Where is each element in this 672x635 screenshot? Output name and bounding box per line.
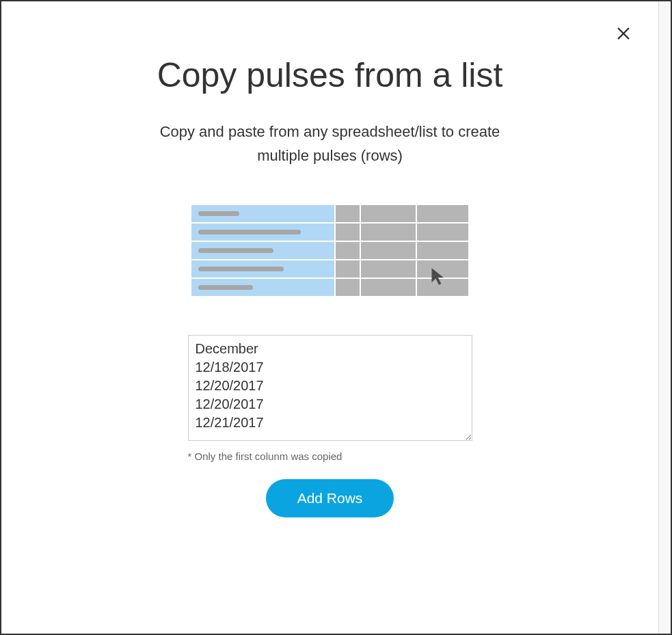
scrollbar-track: [658, 1, 671, 634]
illustration-label-cell: [191, 205, 334, 222]
illustration-data-cell: [336, 224, 360, 241]
illustration-data-cell: [361, 205, 416, 222]
add-rows-button[interactable]: Add Rows: [266, 479, 394, 517]
illustration-label-cell: [191, 224, 334, 241]
illustration-row: [191, 279, 468, 296]
illustration-table: [191, 205, 468, 297]
illustration-data-cell: [361, 242, 416, 259]
modal-subtitle: Copy and paste from any spreadsheet/list…: [139, 120, 522, 167]
illustration-label-cell: [191, 279, 334, 296]
spreadsheet-illustration: [191, 205, 468, 297]
illustration-data-cell: [361, 224, 416, 241]
illustration-label-cell: [191, 260, 334, 278]
illustration-data-cell: [361, 260, 416, 278]
modal-title: Copy pulses from a list: [125, 53, 535, 99]
textarea-container: * Only the first colunm was copied Add R…: [188, 335, 472, 517]
illustration-row: [191, 205, 468, 222]
paste-textarea[interactable]: [188, 335, 472, 441]
illustration-row: [191, 242, 468, 259]
copy-pulses-modal: Copy pulses from a list Copy and paste f…: [1, 1, 658, 634]
illustration-row: [191, 260, 468, 278]
illustration-label-cell: [191, 242, 334, 259]
illustration-data-cell: [336, 205, 360, 222]
cursor-icon: [429, 267, 448, 288]
close-button[interactable]: [613, 23, 634, 46]
illustration-data-cell: [336, 279, 360, 296]
illustration-data-cell: [417, 242, 468, 259]
illustration-data-cell: [417, 205, 468, 222]
copy-note: * Only the first colunm was copied: [188, 450, 472, 462]
illustration-data-cell: [336, 260, 360, 278]
illustration-row: [191, 224, 468, 241]
illustration-data-cell: [336, 242, 360, 259]
illustration-data-cell: [361, 279, 416, 296]
close-icon: [616, 26, 631, 43]
illustration-data-cell: [417, 224, 468, 241]
